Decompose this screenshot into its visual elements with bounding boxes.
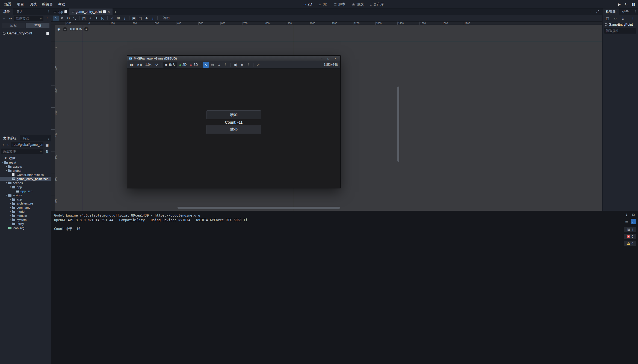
current-path-field[interactable]: res://global/game_entry_p <box>11 142 43 147</box>
smart-snap-icon[interactable]: ∩ <box>109 16 115 21</box>
instantiate-scene-icon[interactable]: ∾ <box>8 16 13 21</box>
snap-options-icon[interactable]: ⋮ <box>122 16 128 21</box>
menu-scene[interactable]: 场景 <box>2 0 14 8</box>
expand-arrow-icon[interactable]: ▸ <box>9 223 12 225</box>
file-tree-item[interactable]: ▸ assets <box>0 164 51 168</box>
expand-arrow-icon[interactable]: ▾ <box>5 182 8 184</box>
file-tree-item[interactable]: ▸ command <box>0 205 51 209</box>
new-scene-tab-button[interactable]: + <box>113 10 119 14</box>
next-frame-icon[interactable]: ►▮ <box>135 62 143 68</box>
load-resource-icon[interactable]: ▱ <box>612 16 618 21</box>
minimize-icon[interactable]: – <box>318 56 325 61</box>
pause-game-icon[interactable]: ▮▮ <box>129 62 135 68</box>
move-tool-icon[interactable]: ✥ <box>59 16 65 21</box>
grid-snap-icon[interactable]: ⊞ <box>116 16 121 21</box>
expand-arrow-icon[interactable]: ▸ <box>9 214 12 217</box>
save-log-icon[interactable]: ⤓ <box>624 212 630 218</box>
screen-3d-button[interactable]: △ 3D <box>316 0 330 8</box>
restart-icon[interactable]: ↻ <box>625 2 627 6</box>
increase-button[interactable]: 增加 <box>206 110 261 119</box>
canvas-vertical-scrollbar[interactable] <box>397 87 399 162</box>
menu-editor[interactable]: 编辑器 <box>39 0 55 8</box>
collapse-list-icon[interactable]: ≣ <box>624 219 630 224</box>
split-mode-icon[interactable]: ▣ <box>44 142 50 147</box>
tab-list-icon[interactable]: ⋮ <box>588 9 594 14</box>
screen-game-button[interactable]: ◉ 游戏 <box>349 0 367 8</box>
copy-log-icon[interactable]: ⧉ <box>631 212 636 218</box>
ruler-tool-icon[interactable]: ◺ <box>100 16 106 21</box>
nav-back-icon[interactable]: ‹ <box>1 143 5 147</box>
asset-library-button[interactable]: ⤓ 资产库 <box>367 0 387 8</box>
game-window-titlebar[interactable]: MyGFrameworkGame (DEBUG) – □ ✕ <box>127 56 340 61</box>
screen-script-button[interactable]: ≣ 脚本 <box>331 0 348 8</box>
skeleton-options-icon[interactable]: ⋮ <box>150 16 156 21</box>
expand-arrow-icon[interactable]: ▾ <box>9 186 12 188</box>
visibility-icon[interactable]: ⊙ <box>216 62 222 68</box>
rotate-tool-icon[interactable]: ↻ <box>66 16 71 21</box>
list-select-icon[interactable]: ▤ <box>81 16 87 21</box>
file-tree-item[interactable]: game_entry_point.tscn <box>0 177 51 181</box>
file-tree-item[interactable]: ▾ global <box>0 168 51 173</box>
menu-project[interactable]: 项目 <box>14 0 27 8</box>
playback-speed-button[interactable]: 1.0× <box>144 62 153 68</box>
close-tab-icon[interactable]: ✕ <box>108 10 110 13</box>
expand-arrow-icon[interactable]: ▾ <box>5 194 8 196</box>
scene-tree-options-icon[interactable]: ⋮ <box>44 16 50 21</box>
close-icon[interactable]: ✕ <box>332 56 339 61</box>
zoom-in-button[interactable]: + <box>84 27 88 31</box>
zoom-level-label[interactable]: 100.0 % <box>70 27 82 31</box>
expand-arrow-icon[interactable]: ▾ <box>5 169 8 172</box>
file-tree-item[interactable]: ▸ architecture <box>0 201 51 205</box>
expand-viewport-icon[interactable]: ⤢ <box>595 9 601 14</box>
inspector-more-icon[interactable]: ⋮ <box>633 10 638 14</box>
new-resource-icon[interactable]: ▢ <box>605 16 610 21</box>
lock-icon[interactable]: ▣ <box>131 16 137 21</box>
file-tree-item[interactable]: GameEntryPoint.cs <box>0 173 51 177</box>
pan-tool-icon[interactable]: ✛ <box>94 16 99 21</box>
file-tree-item[interactable]: ▸ system <box>0 218 51 222</box>
file-tree-item[interactable]: ▸ model <box>0 209 51 214</box>
sort-files-icon[interactable]: ⇅ <box>44 149 50 154</box>
input-mode-button[interactable]: ◉ 输入 <box>163 62 176 68</box>
filter-nodes-input[interactable]: 筛选节点 ⌕ <box>14 16 43 21</box>
file-tree-item[interactable]: ▸ app <box>0 197 51 201</box>
nav-forward-icon[interactable]: › <box>6 143 10 147</box>
warnings-badge[interactable]: ! 0 <box>624 241 636 246</box>
expand-arrow-icon[interactable]: ▾ <box>1 161 4 164</box>
camera-override-icon[interactable]: ◉ <box>239 62 245 68</box>
remote-button[interactable]: 远程 <box>2 23 25 28</box>
menu-debug[interactable]: 调试 <box>27 0 39 8</box>
scene-tab-app[interactable]: app <box>51 8 69 15</box>
file-tree-item[interactable]: ▸ utility <box>0 222 51 226</box>
file-tree-item[interactable]: ▾ res:// <box>0 160 51 164</box>
scale-tool-icon[interactable]: ⤡ <box>72 16 78 21</box>
play-icon[interactable]: ▶ <box>618 2 620 6</box>
file-tree-item[interactable]: icon.svg <box>0 226 51 230</box>
tab-scene[interactable]: 场景 <box>0 8 13 15</box>
local-button[interactable]: 本地 <box>26 23 50 28</box>
file-tree-item[interactable]: ▸ module <box>0 214 51 218</box>
save-resource-icon[interactable]: ⤓ <box>620 16 626 21</box>
attached-script-icon[interactable] <box>46 32 49 35</box>
tab-signal[interactable]: 信号 <box>619 8 632 15</box>
menu-help[interactable]: 帮助 <box>55 0 68 8</box>
scene-tab-game-entry-point[interactable]: game_entry_point ✕ <box>69 8 112 15</box>
expand-arrow-icon[interactable]: ▸ <box>9 198 12 200</box>
maximize-icon[interactable]: □ <box>325 56 332 61</box>
scene-dock-more-icon[interactable]: ⋮ <box>46 10 51 14</box>
tab-filesystem[interactable]: 文件系统 <box>0 135 20 141</box>
camera-options-icon[interactable]: ⋮ <box>246 62 252 68</box>
file-tree-item[interactable]: ▾ scripts <box>0 193 51 197</box>
search-log-icon[interactable]: ⌕ <box>631 219 636 224</box>
selection-list-icon[interactable]: ▤ <box>209 62 215 68</box>
tab-history[interactable]: 历史 <box>20 135 33 141</box>
add-node-button[interactable]: + <box>1 16 7 21</box>
inspector-tools-icon[interactable]: ⋮ <box>630 16 636 21</box>
zoom-out-button[interactable]: − <box>63 27 67 31</box>
view-menu-button[interactable]: 视图 <box>161 16 172 20</box>
unlock-icon[interactable]: ▢ <box>137 16 143 21</box>
tab-inspector[interactable]: 检查器 <box>602 8 619 15</box>
expand-arrow-icon[interactable]: ▸ <box>9 218 12 221</box>
selection-options-icon[interactable]: ⋮ <box>223 62 229 68</box>
select-mode-icon[interactable]: ↖ <box>203 62 209 68</box>
